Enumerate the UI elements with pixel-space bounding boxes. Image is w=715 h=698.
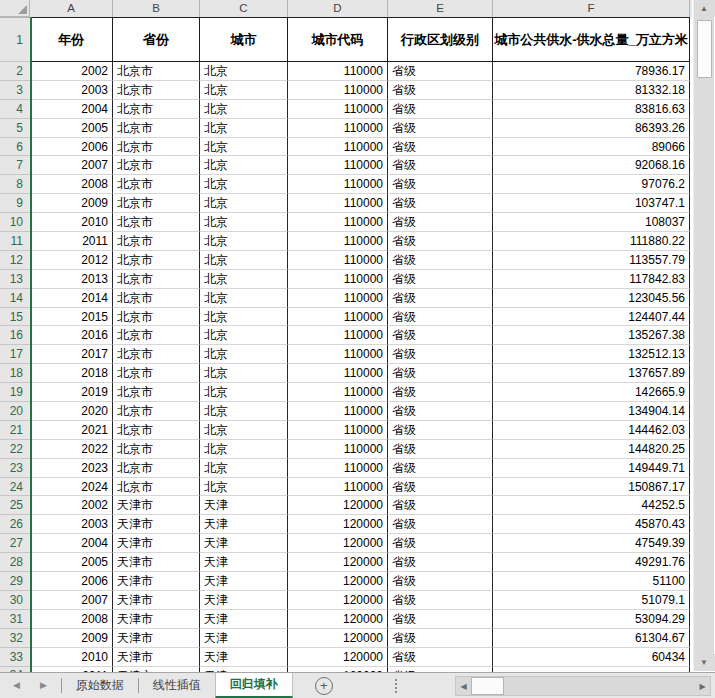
cell[interactable]: 110000 xyxy=(288,175,388,194)
row-header[interactable]: 10 xyxy=(0,213,30,232)
scroll-left-icon[interactable]: ◀ xyxy=(456,677,471,695)
cell[interactable]: 北京市 xyxy=(113,289,200,308)
cell[interactable]: 110000 xyxy=(288,62,388,81)
cell[interactable]: 北京 xyxy=(200,383,288,402)
cell[interactable]: 省级 xyxy=(388,308,493,327)
cell[interactable]: 省级 xyxy=(388,194,493,213)
row-header[interactable]: 28 xyxy=(0,553,30,572)
cell[interactable]: 北京 xyxy=(200,421,288,440)
cell[interactable]: 86393.26 xyxy=(493,119,690,138)
cell[interactable]: 108037 xyxy=(493,213,690,232)
cell[interactable]: 北京市 xyxy=(113,138,200,157)
cell[interactable]: 111880.22 xyxy=(493,232,690,251)
cell[interactable]: 51079.1 xyxy=(493,591,690,610)
cell[interactable]: 120000 xyxy=(288,496,388,515)
cell[interactable]: 2005 xyxy=(30,119,113,138)
cell[interactable]: 144820.25 xyxy=(493,440,690,459)
cell[interactable]: 2007 xyxy=(30,591,113,610)
horizontal-scrollbar[interactable]: ◀ ▶ xyxy=(455,676,711,696)
cell[interactable]: 北京市 xyxy=(113,402,200,421)
cell[interactable]: 省级 xyxy=(388,232,493,251)
cell[interactable]: 北京 xyxy=(200,232,288,251)
cell[interactable]: 110000 xyxy=(288,345,388,364)
cell[interactable]: 53094.29 xyxy=(493,610,690,629)
cell[interactable]: 2016 xyxy=(30,326,113,345)
scroll-down-icon[interactable]: ▼ xyxy=(694,654,715,671)
cell[interactable]: 61304.67 xyxy=(493,629,690,648)
cell[interactable]: 北京市 xyxy=(113,459,200,478)
cell[interactable]: 2017 xyxy=(30,345,113,364)
cell[interactable]: 省级 xyxy=(388,62,493,81)
cell[interactable]: 省级 xyxy=(388,440,493,459)
row-header[interactable]: 29 xyxy=(0,572,30,591)
cell[interactable]: 110000 xyxy=(288,308,388,327)
vertical-scrollbar[interactable]: ▲ ▼ xyxy=(693,0,714,671)
cell[interactable]: 2012 xyxy=(30,251,113,270)
cell[interactable]: 天津 xyxy=(200,534,288,553)
tab-nav-left-icon[interactable]: ◀ xyxy=(13,681,20,690)
cell[interactable]: 省级 xyxy=(388,100,493,119)
cell[interactable]: 天津市 xyxy=(113,496,200,515)
cell[interactable]: 北京 xyxy=(200,213,288,232)
cell[interactable]: 97076.2 xyxy=(493,175,690,194)
cell[interactable]: 北京 xyxy=(200,156,288,175)
cell[interactable]: 124407.44 xyxy=(493,308,690,327)
cell[interactable]: 2008 xyxy=(30,175,113,194)
row-header[interactable]: 5 xyxy=(0,119,30,138)
row-header[interactable]: 30 xyxy=(0,591,30,610)
cell[interactable]: 2002 xyxy=(30,62,113,81)
cell[interactable]: 110000 xyxy=(288,81,388,100)
column-header-b[interactable]: B xyxy=(113,0,200,17)
cell[interactable]: 92068.16 xyxy=(493,156,690,175)
row-header[interactable]: 27 xyxy=(0,534,30,553)
cell[interactable]: 省级 xyxy=(388,81,493,100)
cell[interactable]: 117842.83 xyxy=(493,270,690,289)
cell[interactable]: 2021 xyxy=(30,421,113,440)
row-header[interactable]: 4 xyxy=(0,100,30,119)
row-header[interactable]: 24 xyxy=(0,478,30,497)
cell[interactable]: 44252.5 xyxy=(493,496,690,515)
cell[interactable]: 110000 xyxy=(288,138,388,157)
sheet-tab-original-data[interactable]: 原始数据 xyxy=(62,673,138,698)
cell[interactable]: 北京 xyxy=(200,62,288,81)
header-cell-water-supply[interactable]: 城市公共供水-供水总量_万立方米 xyxy=(493,17,690,62)
header-cell-city-code[interactable]: 城市代码 xyxy=(288,17,388,62)
row-header[interactable]: 7 xyxy=(0,156,30,175)
cell[interactable]: 2020 xyxy=(30,402,113,421)
cell[interactable]: 省级 xyxy=(388,534,493,553)
cell[interactable]: 天津市 xyxy=(113,534,200,553)
cell[interactable]: 150867.17 xyxy=(493,478,690,497)
cell[interactable]: 110000 xyxy=(288,100,388,119)
cell[interactable]: 120000 xyxy=(288,591,388,610)
row-header[interactable]: 18 xyxy=(0,364,30,383)
cell[interactable]: 天津 xyxy=(200,648,288,667)
cell[interactable]: 120000 xyxy=(288,648,388,667)
cell[interactable]: 北京市 xyxy=(113,119,200,138)
cell[interactable]: 110000 xyxy=(288,364,388,383)
row-header[interactable]: 9 xyxy=(0,194,30,213)
cell[interactable]: 北京 xyxy=(200,138,288,157)
column-header-a[interactable]: A xyxy=(30,0,113,17)
cell[interactable]: 120000 xyxy=(288,515,388,534)
cell[interactable]: 北京市 xyxy=(113,326,200,345)
cell[interactable]: 省级 xyxy=(388,326,493,345)
cell[interactable]: 2013 xyxy=(30,270,113,289)
header-cell-year[interactable]: 年份 xyxy=(30,17,113,62)
add-sheet-button[interactable]: + xyxy=(315,677,333,695)
cell[interactable]: 110000 xyxy=(288,251,388,270)
cell[interactable]: 北京 xyxy=(200,270,288,289)
cell[interactable]: 天津 xyxy=(200,496,288,515)
cell[interactable]: 省级 xyxy=(388,459,493,478)
row-header[interactable]: 13 xyxy=(0,270,30,289)
cell[interactable]: 北京 xyxy=(200,308,288,327)
header-cell-city[interactable]: 城市 xyxy=(200,17,288,62)
row-header[interactable]: 20 xyxy=(0,402,30,421)
row-header[interactable]: 17 xyxy=(0,345,30,364)
cell[interactable]: 2018 xyxy=(30,364,113,383)
row-header[interactable]: 19 xyxy=(0,383,30,402)
cell[interactable]: 142665.9 xyxy=(493,383,690,402)
cell[interactable]: 北京 xyxy=(200,289,288,308)
cell[interactable]: 省级 xyxy=(388,553,493,572)
cell[interactable]: 省级 xyxy=(388,289,493,308)
cell[interactable]: 北京市 xyxy=(113,251,200,270)
